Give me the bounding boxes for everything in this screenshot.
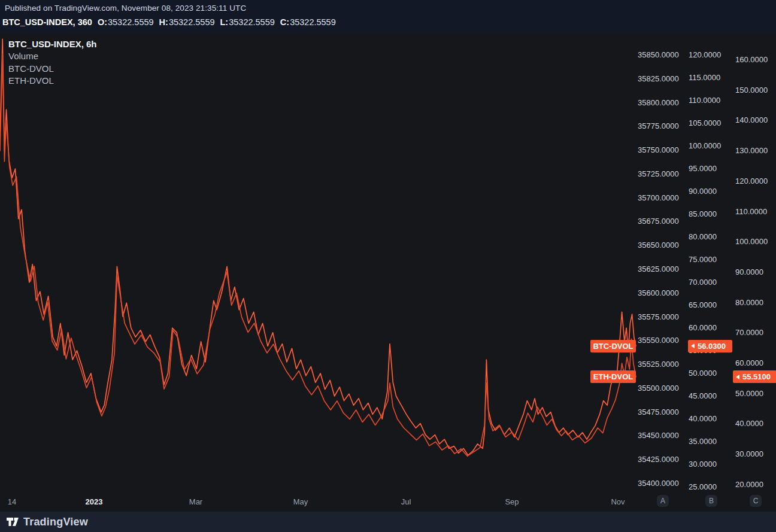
axis-b-tick: 85.0000 [689,209,717,219]
axis-c-tick: 160.0000 [735,55,768,65]
x-axis-label-2023: 2023 [86,497,103,506]
axis-c-tick: 40.0000 [735,419,763,428]
left-arrow-icon [736,375,739,379]
axis-b-tick: 65.0000 [689,300,717,310]
x-axis-label-may: May [293,497,308,506]
tradingview-wordmark[interactable]: TradingView [23,516,88,528]
x-axis-label-14: 14 [8,497,16,506]
legend-item-eth-dvol[interactable]: ETH-DVOL [8,75,97,87]
axis-a-tick: 35800.0000 [638,98,679,108]
axis-a-tick: 35775.0000 [638,121,679,131]
axis-a-tick: 35650.0000 [638,241,679,250]
legend-symbol-title[interactable]: BTC_USD-INDEX, 6h [8,38,97,50]
axis-c-tick: 130.0000 [735,146,768,156]
axis-a-tick: 35475.0000 [638,408,679,417]
ohlc-open: O:35322.5559 [98,17,154,27]
axis-a-tick: 35400.0000 [638,479,679,488]
axis-a-tick: 35725.0000 [638,169,679,179]
btc-dvol-value-badge: 56.0300 [688,340,732,352]
axis-a-tick: 35850.0000 [638,50,679,60]
axis-b-tick: 70.0000 [689,278,717,287]
axis-b-tick: 25.0000 [689,482,717,492]
axis-c-tick: 120.0000 [735,177,768,186]
scale-button-c[interactable]: C [750,495,762,507]
x-axis-label-mar: Mar [189,497,202,506]
axis-c-tick: 140.0000 [735,115,768,125]
axis-c-tick: 50.0000 [735,389,763,399]
axis-a-tick: 35500.0000 [638,384,679,393]
x-axis-label-jul: Jul [401,497,411,506]
axis-c-tick: 60.0000 [735,358,763,368]
axis-b-tick: 90.0000 [689,187,717,196]
symbol-interval-label: BTC_USD-INDEX, 360 [2,17,92,27]
tradingview-logo-icon[interactable] [6,515,19,528]
axis-a-tick: 35700.0000 [638,193,679,203]
chart-legend: BTC_USD-INDEX, 6h Volume BTC-DVOL ETH-DV… [8,38,97,87]
axis-a-tick: 35550.0000 [638,336,679,345]
x-axis-label-nov: Nov [611,497,625,506]
axis-b-tick: 80.0000 [689,232,717,242]
axis-a-tick: 35575.0000 [638,312,679,322]
axis-b-tick: 40.0000 [689,414,717,424]
axis-b-tick: 30.0000 [689,460,717,469]
eth-dvol-line [0,54,636,456]
publish-timestamp: Published on TradingView.com, November 0… [5,4,246,13]
publish-header: Published on TradingView.com, November 0… [0,0,776,33]
axis-b-tick: 100.0000 [689,141,721,151]
axis-c-tick: 20.0000 [735,480,763,490]
eth-dvol-value-badge: 55.5100 [733,370,776,383]
axis-c-tick: 70.0000 [735,328,763,338]
axis-a-tick: 35825.0000 [638,74,679,84]
ohlc-low: L:35322.5559 [220,17,275,27]
axis-b-tick: 105.0000 [689,118,721,128]
eth-dvol-label-badge: ETH-DVOL [590,370,636,383]
scale-button-a[interactable]: A [657,495,669,507]
axis-b-tick: 110.0000 [689,96,720,105]
axis-c-tick: 80.0000 [735,298,763,308]
ohlc-bar: BTC_USD-INDEX, 360 O:35322.5559 H:35322.… [2,17,336,27]
axis-c-tick: 150.0000 [735,86,768,95]
axis-a-tick: 35425.0000 [638,455,679,464]
axis-b-tick: 115.0000 [689,73,720,83]
btc-dvol-label-badge: BTC-DVOL [590,340,636,352]
chart-area[interactable]: BTC_USD-INDEX, 6h Volume BTC-DVOL ETH-DV… [0,33,776,512]
btc-dvol-line [0,39,636,455]
axis-a-tick: 35525.0000 [638,360,679,369]
axis-c-tick: 90.0000 [735,267,763,277]
axis-a-tick: 35625.0000 [638,265,679,274]
ohlc-close: C:35322.5559 [280,17,336,27]
legend-item-btc-dvol[interactable]: BTC-DVOL [8,63,97,75]
axis-a-tick: 35750.0000 [638,145,679,155]
axis-b-tick: 45.0000 [689,391,717,401]
tradingview-footer: TradingView [0,512,776,532]
axis-a-tick: 35450.0000 [638,431,679,440]
axis-b-tick: 120.0000 [689,50,721,60]
axis-b-tick: 95.0000 [689,164,717,174]
axis-b-tick: 50.0000 [689,369,717,378]
legend-item-volume[interactable]: Volume [8,50,97,63]
axis-c-tick: 110.0000 [735,207,767,217]
axis-c-tick: 30.0000 [735,449,763,459]
axis-b-tick: 75.0000 [689,255,717,265]
left-arrow-icon [691,343,695,348]
axis-a-tick: 35675.0000 [638,217,679,226]
x-axis-label-sep: Sep [505,497,519,506]
axis-c-tick: 100.0000 [735,237,768,247]
axis-a-tick: 35600.0000 [638,288,679,298]
scale-button-b[interactable]: B [705,495,717,507]
ohlc-high: H:35322.5559 [159,17,215,27]
axis-b-tick: 35.0000 [689,437,717,446]
axis-b-tick: 60.0000 [689,323,717,333]
